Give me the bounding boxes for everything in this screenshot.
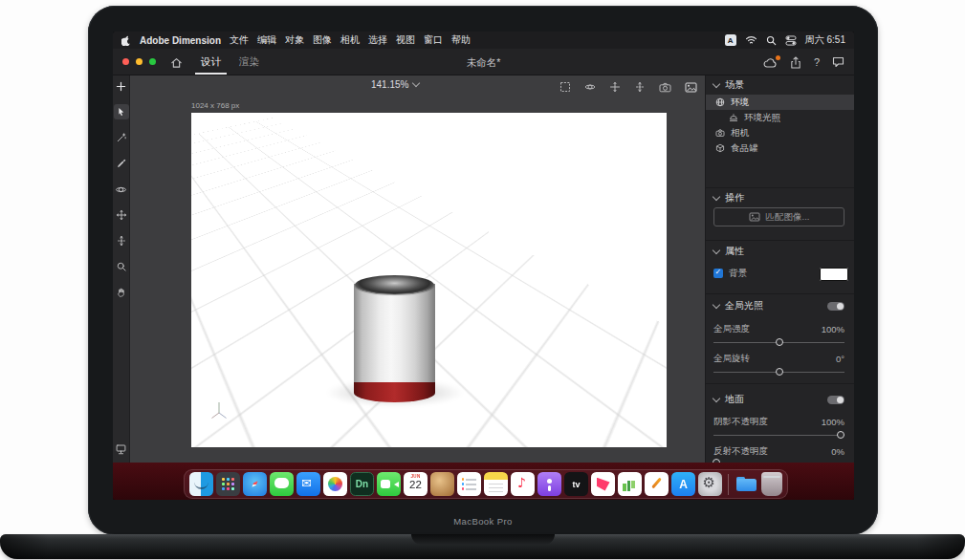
magic-wand-tool[interactable] xyxy=(114,130,129,145)
global-lighting-title: 全局光照 xyxy=(725,299,763,312)
app-menu-title[interactable]: Adobe Dimension xyxy=(140,35,221,46)
home-icon[interactable] xyxy=(170,55,183,73)
divider xyxy=(706,383,854,384)
shadow-opacity-slider[interactable] xyxy=(713,430,844,440)
menu-window[interactable]: 窗口 xyxy=(424,33,443,47)
background-label: 背景 xyxy=(729,268,747,280)
tab-render[interactable]: 渲染 xyxy=(233,49,265,75)
hand-tool[interactable] xyxy=(114,285,129,300)
dock-item-app-store[interactable]: A xyxy=(671,472,695,496)
dock-item-pages[interactable] xyxy=(645,472,669,496)
scene-item-label: 食品罐 xyxy=(731,142,758,155)
artboard-frame-icon[interactable] xyxy=(559,79,571,97)
input-source-icon[interactable]: A xyxy=(725,34,736,46)
dock-item-settings[interactable] xyxy=(698,472,722,496)
artboard[interactable] xyxy=(191,113,667,447)
menubar-clock[interactable]: 周六 6:51 xyxy=(805,33,845,47)
scene-item-food-can[interactable]: 食品罐 xyxy=(706,140,854,156)
slider-knob[interactable] xyxy=(776,368,783,376)
zoom-tool[interactable] xyxy=(114,259,129,274)
menu-object[interactable]: 对象 xyxy=(285,33,304,47)
zoom-control[interactable]: 141.15% xyxy=(371,79,419,90)
global-intensity-slider[interactable] xyxy=(713,337,844,347)
menu-help[interactable]: 帮助 xyxy=(451,33,471,47)
slider-knob[interactable] xyxy=(776,338,783,346)
tools-panel xyxy=(113,75,130,463)
share-icon[interactable] xyxy=(790,56,801,69)
environment-light-icon xyxy=(729,113,738,122)
select-tool[interactable] xyxy=(114,104,129,119)
dock-item-folder[interactable] xyxy=(735,472,758,496)
tab-design[interactable]: 设计 xyxy=(195,49,227,75)
dock-item-trash[interactable] xyxy=(761,472,782,496)
apple-menu-icon[interactable] xyxy=(121,34,131,46)
dock-item-numbers[interactable] xyxy=(618,472,642,496)
global-rotation-slider[interactable] xyxy=(713,367,844,377)
can-model[interactable] xyxy=(353,275,436,402)
menu-view[interactable]: 视图 xyxy=(396,33,415,47)
dock-item-news[interactable] xyxy=(591,472,615,496)
scene-title: 场景 xyxy=(725,78,744,92)
global-rotation-value: 0° xyxy=(836,354,844,364)
scene-item-environment[interactable]: 环境 xyxy=(706,95,854,110)
render-preview-icon[interactable] xyxy=(685,79,697,97)
scene-item-camera[interactable]: 相机 xyxy=(706,125,854,140)
wifi-icon[interactable] xyxy=(745,35,757,45)
menu-edit[interactable]: 编辑 xyxy=(257,33,276,47)
properties-section-header[interactable]: 属性 xyxy=(713,245,744,258)
help-icon[interactable]: ? xyxy=(814,56,820,68)
dock-item-calendar[interactable]: JUN 22 xyxy=(404,472,428,496)
bookmark-camera-icon[interactable] xyxy=(659,79,671,97)
dock-item-reminders[interactable] xyxy=(457,472,481,496)
background-checkbox[interactable] xyxy=(713,269,723,278)
properties-title: 属性 xyxy=(725,245,744,258)
dock-item-safari[interactable] xyxy=(243,472,267,496)
reflection-opacity-value: 0% xyxy=(831,446,844,457)
minimize-button[interactable] xyxy=(136,58,143,65)
global-lighting-section-header[interactable]: 全局光照 xyxy=(713,299,763,312)
dock-item-podcasts[interactable] xyxy=(537,472,561,496)
ground-toggle[interactable] xyxy=(827,396,844,404)
comments-icon[interactable] xyxy=(832,56,844,68)
dock: Dn JUN 22 tv A xyxy=(184,469,788,499)
close-button[interactable] xyxy=(122,58,129,65)
dock-item-launchpad[interactable] xyxy=(216,472,240,496)
menu-camera[interactable]: 相机 xyxy=(340,33,360,47)
pan-tool[interactable] xyxy=(114,207,129,223)
dock-item-finder[interactable] xyxy=(189,472,213,496)
dolly-tool[interactable] xyxy=(114,233,129,248)
spotlight-icon[interactable] xyxy=(766,35,777,46)
ground-section-header[interactable]: 地面 xyxy=(713,393,744,406)
menu-file[interactable]: 文件 xyxy=(230,33,249,47)
sampler-tool[interactable] xyxy=(114,156,129,171)
dolly-camera-icon[interactable] xyxy=(634,79,646,97)
dock-item-mail[interactable] xyxy=(296,472,320,496)
artboard-size-label: 1024 x 768 px xyxy=(191,101,239,110)
dock-item-tv[interactable]: tv xyxy=(564,472,588,496)
fullscreen-button[interactable] xyxy=(149,58,156,65)
dock-item-photos[interactable] xyxy=(323,472,347,496)
dock-item-photo-booth[interactable] xyxy=(430,472,454,496)
dock-item-facetime[interactable] xyxy=(377,472,401,496)
cloud-sync-icon[interactable] xyxy=(763,57,778,68)
match-image-button[interactable]: 匹配图像... xyxy=(713,207,844,226)
orbit-tool[interactable] xyxy=(114,182,129,197)
dock-item-dimension[interactable]: Dn xyxy=(350,472,374,496)
orbit-camera-icon[interactable] xyxy=(584,79,596,97)
actions-section-header[interactable]: 操作 xyxy=(713,191,744,205)
dock-item-messages[interactable] xyxy=(270,472,294,496)
add-content-button[interactable] xyxy=(114,78,129,94)
global-lighting-toggle[interactable] xyxy=(827,302,844,311)
render-preview-toggle[interactable] xyxy=(114,442,129,457)
view-toolbar xyxy=(559,79,697,97)
menu-image[interactable]: 图像 xyxy=(313,33,332,47)
pan-camera-icon[interactable] xyxy=(609,79,621,97)
slider-knob[interactable] xyxy=(837,431,844,439)
menu-select[interactable]: 选择 xyxy=(368,33,387,47)
dock-item-notes[interactable] xyxy=(484,472,508,496)
background-color-swatch[interactable] xyxy=(820,268,848,281)
control-center-icon[interactable] xyxy=(785,35,797,46)
scene-section-header[interactable]: 场景 xyxy=(713,78,744,92)
scene-item-environment-light[interactable]: 环境光照 xyxy=(706,110,854,125)
dock-item-music[interactable] xyxy=(511,472,535,496)
